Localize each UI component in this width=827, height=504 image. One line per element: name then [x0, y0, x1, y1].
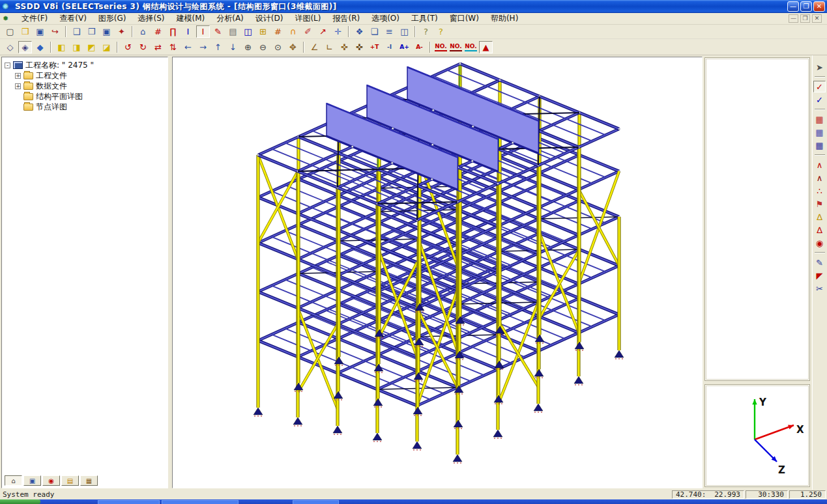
iso-view-4-button[interactable]: ◪: [100, 41, 113, 53]
menu-11[interactable]: 工具(T): [405, 12, 444, 25]
rotate-left-button[interactable]: ↺: [121, 41, 135, 53]
help-button[interactable]: ?: [434, 25, 448, 38]
select-confirm-button[interactable]: ✓: [813, 81, 826, 92]
zoom-in-button[interactable]: ⊕: [241, 41, 255, 53]
minimize-button[interactable]: —: [787, 1, 799, 12]
member-shrink-button[interactable]: ∠: [308, 41, 321, 53]
node-size-up-button[interactable]: ✜: [338, 41, 351, 53]
bent-frame-button[interactable]: ∩: [286, 25, 300, 38]
pan-down-button[interactable]: ↓: [226, 41, 240, 53]
node-marker-2-button[interactable]: ∆: [813, 224, 826, 236]
tab-structure-button[interactable]: ▣: [23, 475, 41, 486]
menu-8[interactable]: 详图(L): [289, 12, 326, 25]
detail-window-button[interactable]: ❒: [85, 25, 98, 38]
new-window-button[interactable]: ❖: [353, 25, 366, 38]
menu-4[interactable]: 选择(S): [132, 12, 171, 25]
start-button[interactable]: [0, 499, 40, 504]
restore-button[interactable]: ❐: [800, 1, 812, 12]
iso-view-2-button[interactable]: ◨: [70, 41, 83, 53]
structure-window-button[interactable]: ❑: [70, 25, 83, 38]
tab-record-button[interactable]: ◉: [42, 475, 60, 486]
zoom-out-button[interactable]: ⊖: [256, 41, 270, 53]
menu-7[interactable]: 设计(D): [250, 12, 289, 25]
open-folder-button[interactable]: ❒: [18, 25, 32, 38]
member-numbers-button[interactable]: NO.: [449, 41, 463, 53]
taskbar-item[interactable]: [98, 500, 160, 504]
section-box-button[interactable]: ◫: [241, 25, 255, 38]
3d-structure-view[interactable]: [173, 57, 702, 488]
grid-view-3-button[interactable]: ▦: [813, 139, 826, 151]
save-button[interactable]: ▣: [33, 25, 47, 38]
model-canvas[interactable]: [172, 57, 703, 488]
text-bigger-button[interactable]: +T: [368, 41, 381, 53]
pan-right-button[interactable]: →: [196, 41, 210, 53]
brace-tool-2-button[interactable]: ∧: [813, 172, 826, 184]
font-grow-button[interactable]: A+: [398, 41, 411, 53]
browse-view-button[interactable]: ✦: [115, 25, 128, 38]
menu-2[interactable]: 查看(V): [53, 12, 93, 25]
section-numbers-button[interactable]: NO.: [464, 41, 478, 53]
menu-5[interactable]: 建模(M): [171, 12, 211, 25]
menu-9[interactable]: 报告(R): [326, 12, 366, 25]
tree-row-3[interactable]: +数据文件: [3, 81, 166, 91]
report-window-button[interactable]: ▣: [100, 25, 113, 38]
select-alt-button[interactable]: ✓: [813, 94, 826, 105]
taskbar-item[interactable]: [293, 500, 339, 504]
menu-10[interactable]: 选项(O): [366, 12, 405, 25]
tree-row-1[interactable]: -工程名称: " 2475 ": [3, 60, 166, 70]
close-button[interactable]: ✕: [813, 1, 825, 12]
iso-view-3-button[interactable]: ◩: [85, 41, 98, 53]
support-display-button[interactable]: ▲: [479, 41, 493, 53]
text-smaller-button[interactable]: -I: [383, 41, 396, 53]
tab-detail-button[interactable]: ▤: [61, 475, 79, 486]
menu-6[interactable]: 分析(A): [210, 12, 250, 25]
pan-left-button[interactable]: ←: [181, 41, 195, 53]
mdi-restore-button[interactable]: ❐: [800, 14, 810, 23]
tree-row-2[interactable]: +工程文件: [3, 70, 166, 81]
select-node-button[interactable]: ➤: [813, 61, 826, 73]
node-marker-3-button[interactable]: ◉: [813, 237, 826, 249]
member-box-button[interactable]: ⊞: [256, 25, 270, 38]
model-home-button[interactable]: ⌂: [136, 25, 150, 38]
wireframe-multi-view-button[interactable]: ◈: [18, 41, 32, 53]
shaded-view-button[interactable]: ◆: [33, 41, 47, 53]
font-shrink-button[interactable]: A-: [413, 41, 426, 53]
tree-expander[interactable]: -: [5, 63, 10, 68]
menu-3[interactable]: 图形(G): [93, 12, 132, 25]
tile-horizontal-button[interactable]: ≡: [383, 25, 396, 38]
mdi-minimize-button[interactable]: —: [789, 14, 798, 23]
node-numbers-button[interactable]: NO.: [434, 41, 448, 53]
zoom-box-button[interactable]: ⊙: [271, 41, 285, 53]
probe-tool-button[interactable]: ✛: [331, 25, 345, 38]
rotate-right-button[interactable]: ↻: [136, 41, 150, 53]
wireframe-view-button[interactable]: ◇: [3, 41, 17, 53]
grid-view-1-button[interactable]: ▦: [813, 113, 826, 125]
tree-row-5[interactable]: 节点详图: [3, 102, 166, 112]
pan-hand-button[interactable]: ✥: [286, 41, 300, 53]
truss-frame-button[interactable]: #: [271, 25, 285, 38]
new-file-button[interactable]: ▢: [3, 25, 17, 38]
mdi-close-button[interactable]: ✕: [812, 14, 822, 23]
cut-pointer-button[interactable]: ✂: [813, 283, 826, 294]
beam-section-button[interactable]: I: [181, 25, 195, 38]
brace-tool-3-button[interactable]: ∴: [813, 185, 826, 197]
flip-horizontal-button[interactable]: ⇄: [151, 41, 165, 53]
iso-view-1-button[interactable]: ◧: [55, 41, 68, 53]
portal-frame-button[interactable]: ∏: [166, 25, 180, 38]
menu-13[interactable]: 帮助(H): [485, 12, 524, 25]
brace-tool-1-button[interactable]: ∧: [813, 159, 826, 171]
pan-up-button[interactable]: ↑: [211, 41, 225, 53]
tree-expander[interactable]: +: [15, 73, 21, 79]
tree-expander[interactable]: +: [15, 83, 21, 89]
corner-tool-button[interactable]: ◤: [813, 270, 826, 281]
cascade-windows-button[interactable]: ❏: [368, 25, 381, 38]
node-size-down-button[interactable]: ✜: [353, 41, 366, 53]
edit-brush-button[interactable]: ✎: [211, 25, 225, 38]
tab-model-button[interactable]: ⌂: [5, 475, 22, 486]
taskbar-item[interactable]: [162, 500, 239, 504]
menu-12[interactable]: 窗口(W): [444, 12, 485, 25]
edit-pointer-button[interactable]: ✎: [813, 257, 826, 268]
beam-section-active-button[interactable]: I: [196, 25, 210, 38]
tree-row-4[interactable]: 结构平面详图: [3, 91, 166, 102]
calc-sheet-button[interactable]: ▤: [226, 25, 240, 38]
